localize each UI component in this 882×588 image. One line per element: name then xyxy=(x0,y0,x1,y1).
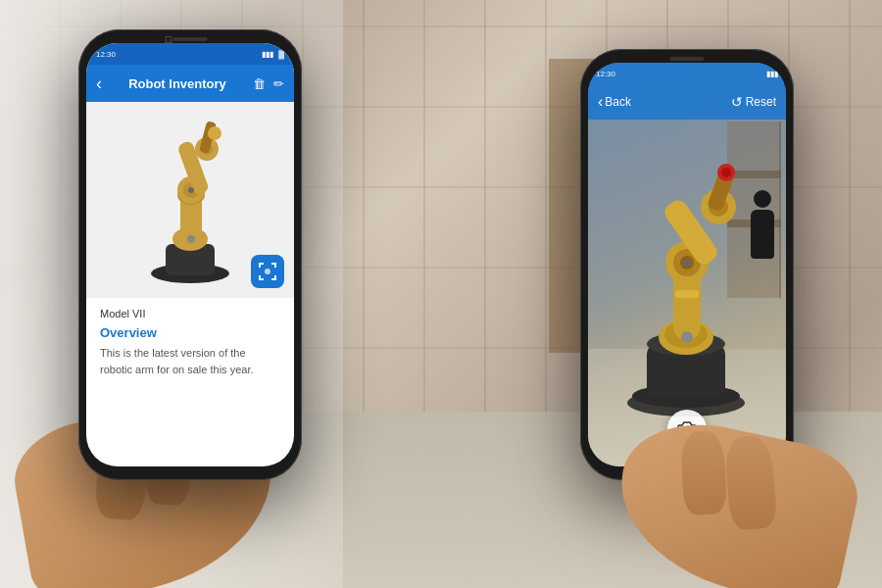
left-phone-speaker xyxy=(173,37,208,41)
overview-description: This is the latest version of the roboti… xyxy=(100,345,280,377)
left-phone: 12:30 ▮▮▮ ▓ ‹ Robot Inventory 🗑 ✏ xyxy=(78,29,302,480)
left-phone-nav-bar: ‹ Robot Inventory 🗑 ✏ xyxy=(86,65,294,102)
robot-model-name: Model VII xyxy=(100,308,280,319)
svg-point-39 xyxy=(681,331,693,343)
svg-point-11 xyxy=(208,126,221,140)
delete-icon[interactable]: 🗑 xyxy=(253,76,266,91)
svg-rect-17 xyxy=(274,263,276,268)
right-hand xyxy=(617,431,853,588)
ar-icon xyxy=(258,262,277,281)
ar-robot-arm xyxy=(603,153,769,417)
right-status-time: 12:30 xyxy=(596,70,615,78)
robot-text-area: Model VII Overview This is the latest ve… xyxy=(86,298,294,387)
left-status-time: 12:30 xyxy=(96,50,116,59)
ar-reset-label[interactable]: Reset xyxy=(746,95,776,109)
right-phone-screen: 12:30 ▮▮▮ ‹ Back ↺ Reset xyxy=(588,63,786,466)
svg-rect-15 xyxy=(259,263,261,268)
svg-rect-19 xyxy=(259,275,261,280)
left-phone-camera xyxy=(166,36,172,43)
svg-point-12 xyxy=(187,235,195,243)
status-indicators: ▮▮▮ ▓ xyxy=(262,50,284,59)
svg-rect-21 xyxy=(274,275,276,280)
robot-image-area xyxy=(86,102,294,298)
right-phone-nav-bar: ‹ Back ↺ Reset xyxy=(588,84,786,120)
nav-title: Robot Inventory xyxy=(106,76,249,91)
ar-reset-icon[interactable]: ↺ xyxy=(731,94,743,110)
right-status-indicators: ▮▮▮ xyxy=(766,70,778,78)
back-chevron-icon[interactable]: ‹ xyxy=(96,74,102,92)
svg-point-13 xyxy=(188,187,194,193)
svg-point-38 xyxy=(721,168,731,177)
right-phone-speaker xyxy=(670,57,705,61)
svg-rect-41 xyxy=(675,290,699,298)
ar-robot-container xyxy=(598,143,774,417)
ar-back-label[interactable]: Back xyxy=(605,95,631,109)
edit-icon[interactable]: ✏ xyxy=(273,76,284,91)
ar-back-chevron-icon[interactable]: ‹ xyxy=(598,93,603,111)
battery-icon: ▓ xyxy=(278,50,284,59)
left-phone-status-bar: 12:30 ▮▮▮ ▓ xyxy=(86,43,294,65)
overview-title: Overview xyxy=(100,325,280,340)
ar-view-button[interactable] xyxy=(251,255,284,288)
right-phone: 12:30 ▮▮▮ ‹ Back ↺ Reset xyxy=(580,49,794,480)
svg-point-40 xyxy=(683,259,691,267)
signal-icon: ▮▮▮ xyxy=(262,50,273,59)
right-phone-status-bar: 12:30 ▮▮▮ xyxy=(588,63,786,84)
robot-arm-image xyxy=(126,112,254,288)
right-signal-icon: ▮▮▮ xyxy=(766,70,778,78)
svg-point-22 xyxy=(265,269,270,274)
